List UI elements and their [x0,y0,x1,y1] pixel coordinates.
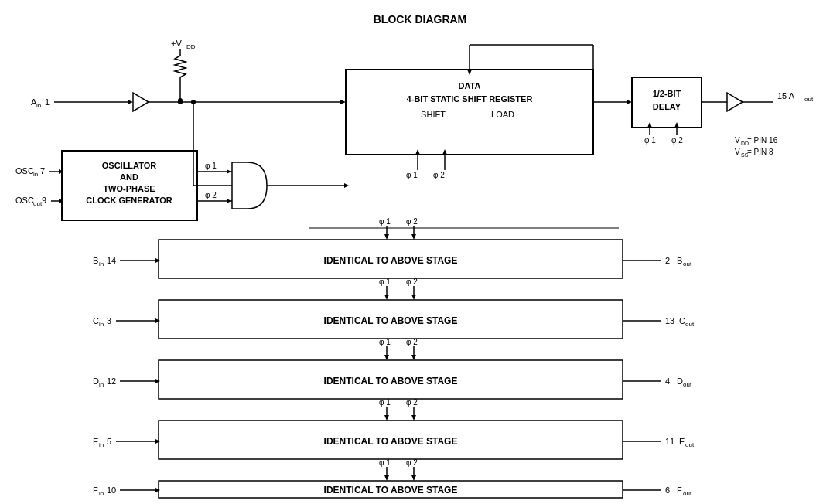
vss-pin-eq: = PIN 8 [747,148,773,156]
oscout-pin: 9 [42,196,46,205]
sr-load: LOAD [491,110,514,119]
dout-pin: 4 [665,376,670,386]
vss-pin-label: V [735,148,740,156]
hb-label2: DELAY [653,102,681,111]
e-phi1-label: φ 1 [379,398,391,407]
din-pin: 12 [107,376,116,386]
hb-label1: 1/2-BIT [653,89,681,98]
f-phi2-label: φ 2 [406,458,418,467]
ain-sub: in [36,102,41,109]
svg-marker-17 [467,70,472,75]
bin-sub: in [99,261,104,267]
sr-label1: DATA [459,81,481,90]
cout-pin: 13 [665,316,674,325]
svg-marker-51 [155,258,160,263]
svg-marker-21 [647,122,652,128]
bin-pin: 14 [107,256,116,265]
cin-pin: 3 [107,316,111,325]
osc-phi2-label: φ 2 [205,191,217,199]
cout-label: C [679,316,685,325]
oscout-label: OSC [15,196,34,205]
bout-pin: 2 [665,256,670,265]
vdd-label: +V [171,39,182,48]
bin-label: B [93,256,98,265]
osc-phi1-label: φ 1 [205,162,217,170]
ein-sub: in [99,441,104,448]
svg-marker-4 [128,100,133,104]
stage-d-label: IDENTICAL TO ABOVE STAGE [324,376,458,387]
oscin-label: OSC [15,166,34,175]
sr-phi2-label: φ 2 [433,171,445,179]
svg-marker-77 [411,475,416,481]
d-phi2-label: φ 2 [406,338,418,346]
oscin-pin: 7 [40,166,45,175]
eout-pin: 11 [665,437,674,446]
stage-c-label: IDENTICAL TO ABOVE STAGE [324,315,458,326]
svg-marker-68 [384,415,389,421]
svg-marker-58 [155,318,160,323]
svg-marker-23 [674,122,679,128]
diagram-title: BLOCK DIAGRAM [374,13,467,26]
fin-sub: in [99,490,104,497]
ein-label: E [93,437,98,446]
sr-shift: SHIFT [421,110,446,119]
svg-marker-61 [384,355,389,360]
c-phi1-label: φ 1 [379,278,391,286]
eout-label: E [679,437,685,446]
osc-label2: AND [120,172,138,182]
svg-marker-79 [155,488,160,492]
stage-e-label: IDENTICAL TO ABOVE STAGE [324,436,458,447]
svg-marker-8 [133,93,149,111]
fout-pin: 6 [665,485,670,495]
svg-marker-13 [340,100,346,104]
c-phi2-label: φ 2 [406,278,418,286]
dout-label: D [677,376,683,386]
din-sub: in [99,381,104,388]
svg-marker-56 [411,295,416,300]
vdd-sub: DD [186,43,196,50]
svg-marker-42 [415,149,420,155]
aout-sub: out [804,96,814,103]
fout-label: F [677,485,682,495]
dout-sub: out [683,381,692,388]
svg-marker-47 [384,234,389,240]
vdd-pin-eq: = PIN 16 [747,136,778,145]
svg-marker-40 [344,183,349,188]
eout-sub: out [685,441,695,448]
b-phi1-label: φ 1 [379,217,391,226]
fin-label: F [93,485,98,495]
svg-marker-63 [411,355,416,360]
delay-phi1: φ 1 [644,136,656,145]
block-diagram: BLOCK DIAGRAM +V DD A in 1 DATA 4-BIT ST… [0,0,840,504]
din-label: D [93,376,99,386]
osc-label4: CLOCK GENERATOR [86,196,172,205]
svg-marker-19 [627,100,632,104]
ain-pin: 1 [45,97,50,107]
svg-marker-54 [384,295,389,300]
cin-sub: in [99,321,104,328]
bout-sub: out [683,261,692,267]
svg-marker-65 [155,379,160,383]
aout-pin-label: 15 A [777,91,795,100]
fout-sub: out [683,490,692,497]
b-phi2-label: φ 2 [406,217,418,226]
svg-marker-75 [384,475,389,481]
cout-sub: out [685,321,695,328]
d-phi1-label: φ 1 [379,338,391,346]
osc-label3: TWO-PHASE [103,184,155,193]
oscin-sub: in [33,171,38,178]
cin-label: C [93,316,99,325]
e-phi2-label: φ 2 [406,398,418,407]
svg-marker-70 [411,415,416,421]
stage-f-label: IDENTICAL TO ABOVE STAGE [324,485,458,495]
osc-label1: OSCILLATOR [102,161,157,170]
vdd-pin-label: V [735,136,740,145]
sr-phi1-label: φ 1 [406,171,418,179]
svg-marker-49 [411,234,416,240]
stage-b-label: IDENTICAL TO ABOVE STAGE [324,255,458,266]
delay-phi2: φ 2 [671,136,683,145]
fin-pin: 10 [107,485,116,495]
svg-marker-44 [442,149,447,155]
svg-marker-72 [155,439,160,444]
bout-label: B [677,256,682,265]
